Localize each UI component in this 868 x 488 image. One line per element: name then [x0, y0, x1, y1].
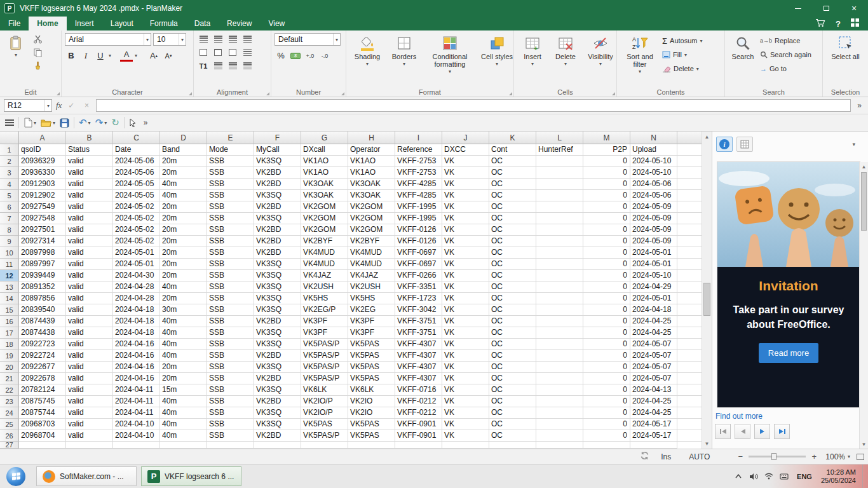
- insert-mode-indicator[interactable]: Ins: [661, 452, 671, 461]
- cell-K19[interactable]: OC: [489, 350, 536, 362]
- cell-B21[interactable]: valid: [66, 373, 113, 384]
- zoom-caret[interactable]: ▾: [848, 454, 850, 459]
- cell-A8[interactable]: 20927501: [19, 224, 66, 236]
- cell-H19[interactable]: VK5PAS: [348, 350, 395, 362]
- tab-data[interactable]: Data: [186, 17, 219, 30]
- cell-G12[interactable]: VK4JAZ: [301, 270, 348, 281]
- cell-G21[interactable]: VK5PAS/P: [301, 373, 348, 384]
- dropdown-caret[interactable]: ▾: [109, 53, 111, 58]
- cell-L9[interactable]: [536, 236, 583, 247]
- auto-calc-indicator[interactable]: AUTO: [689, 452, 710, 461]
- cell-G20[interactable]: VK5PAS/P: [301, 362, 348, 373]
- number-format-select[interactable]: Default▾: [275, 33, 341, 46]
- cell-J12[interactable]: VK: [442, 270, 489, 281]
- copy-button[interactable]: [31, 46, 44, 58]
- cell-N2[interactable]: 2024-05-10: [630, 156, 677, 167]
- cell-N22[interactable]: 2024-04-13: [630, 384, 677, 396]
- cell-M14[interactable]: 0: [583, 293, 630, 304]
- tray-expand-icon[interactable]: [731, 474, 746, 478]
- cell-K15[interactable]: OC: [489, 304, 536, 316]
- cell-D15[interactable]: 30m: [160, 304, 207, 316]
- cell-N19[interactable]: 2024-05-07: [630, 350, 677, 362]
- font-size-select[interactable]: 10▾: [153, 33, 186, 46]
- cell-K5[interactable]: OC: [489, 190, 536, 201]
- cell-H4[interactable]: VK3OAK: [348, 179, 395, 190]
- cell-I15[interactable]: VKFF-3042: [395, 304, 442, 316]
- cell-B22[interactable]: valid: [66, 384, 113, 396]
- cell-J19[interactable]: VK: [442, 350, 489, 362]
- cell-J15[interactable]: VK: [442, 304, 489, 316]
- cell-L20[interactable]: [536, 362, 583, 373]
- delete-contents-button[interactable]: Delete▾: [662, 62, 702, 75]
- show-desktop-button[interactable]: [862, 464, 865, 488]
- column-header-A[interactable]: A: [19, 132, 66, 144]
- group-dialog-launcher[interactable]: [57, 92, 60, 95]
- distribute-button[interactable]: [241, 60, 254, 72]
- cell-D10[interactable]: 20m: [160, 247, 207, 259]
- maximize-button[interactable]: [812, 0, 840, 17]
- tab-insert[interactable]: Insert: [67, 17, 102, 30]
- cell-D14[interactable]: 20m: [160, 293, 207, 304]
- cell-K23[interactable]: OC: [489, 396, 536, 407]
- cell-D11[interactable]: 20m: [160, 259, 207, 270]
- cell-K6[interactable]: OC: [489, 201, 536, 213]
- cell-D17[interactable]: 40m: [160, 327, 207, 339]
- cell-G13[interactable]: VK2USH: [301, 281, 348, 293]
- cell-A5[interactable]: 20912902: [19, 190, 66, 201]
- cell-L18[interactable]: [536, 339, 583, 350]
- cell-I3[interactable]: VKFF-2753: [395, 167, 442, 179]
- cell-N7[interactable]: 2024-05-09: [630, 213, 677, 224]
- cell-M5[interactable]: 0: [583, 190, 630, 201]
- shrink-font-button[interactable]: A▾: [162, 50, 175, 62]
- minimize-button[interactable]: [784, 0, 812, 17]
- cell-J3[interactable]: VK: [442, 167, 489, 179]
- row-header-18[interactable]: 18: [0, 339, 19, 350]
- cell-B7[interactable]: valid: [66, 213, 113, 224]
- cell-J10[interactable]: VK: [442, 247, 489, 259]
- cell-H26[interactable]: VK5PAS: [348, 430, 395, 442]
- cell-G4[interactable]: VK3OAK: [301, 179, 348, 190]
- group-dialog-launcher[interactable]: [266, 92, 269, 95]
- cell-N8[interactable]: 2024-05-09: [630, 224, 677, 236]
- cell-F8[interactable]: VK2BD: [254, 224, 301, 236]
- cell-G14[interactable]: VK5HS: [301, 293, 348, 304]
- insert-function-button[interactable]: fx: [56, 100, 62, 111]
- cell-M8[interactable]: 0: [583, 224, 630, 236]
- cell-A16[interactable]: 20874439: [19, 316, 66, 327]
- cell-H18[interactable]: VK5PAS: [348, 339, 395, 350]
- cell-M13[interactable]: 0: [583, 281, 630, 293]
- cell-N18[interactable]: 2024-05-07: [630, 339, 677, 350]
- cell-B23[interactable]: valid: [66, 396, 113, 407]
- cell-B19[interactable]: valid: [66, 350, 113, 362]
- cell-N10[interactable]: 2024-05-01: [630, 247, 677, 259]
- cell-N12[interactable]: 2024-05-10: [630, 270, 677, 281]
- cell-E23[interactable]: SSB: [207, 396, 254, 407]
- cell-C4[interactable]: 2024-05-05: [113, 179, 160, 190]
- cell-M15[interactable]: 0: [583, 304, 630, 316]
- cell-C9[interactable]: 2024-05-02: [113, 236, 160, 247]
- cell-I11[interactable]: VKFF-0697: [395, 259, 442, 270]
- cell-B10[interactable]: valid: [66, 247, 113, 259]
- cell-D4[interactable]: 40m: [160, 179, 207, 190]
- cell-A22[interactable]: 20782124: [19, 384, 66, 396]
- cell-F6[interactable]: VK2BD: [254, 201, 301, 213]
- cell-E4[interactable]: SSB: [207, 179, 254, 190]
- cell-G15[interactable]: VK2EG/P: [301, 304, 348, 316]
- cell-C13[interactable]: 2024-04-28: [113, 281, 160, 293]
- cell-H2[interactable]: VK1AO: [348, 156, 395, 167]
- delete-cells-button[interactable]: Delete▾: [550, 33, 581, 68]
- cell-H6[interactable]: VK2GOM: [348, 201, 395, 213]
- cell-K1[interactable]: Cont: [489, 144, 536, 156]
- select-all-button[interactable]: Select all: [828, 33, 864, 60]
- cell-D8[interactable]: 20m: [160, 224, 207, 236]
- zoom-level[interactable]: 100%: [825, 452, 845, 461]
- read-more-button[interactable]: Read more: [759, 343, 818, 363]
- scrollbar-thumb[interactable]: [703, 283, 710, 316]
- cell-C21[interactable]: 2024-04-16: [113, 373, 160, 384]
- cell-L22[interactable]: [536, 384, 583, 396]
- cell-E5[interactable]: SSB: [207, 190, 254, 201]
- start-button[interactable]: [0, 464, 32, 488]
- cell-C3[interactable]: 2024-05-06: [113, 167, 160, 179]
- cell-J21[interactable]: VK: [442, 373, 489, 384]
- cell-D5[interactable]: 40m: [160, 190, 207, 201]
